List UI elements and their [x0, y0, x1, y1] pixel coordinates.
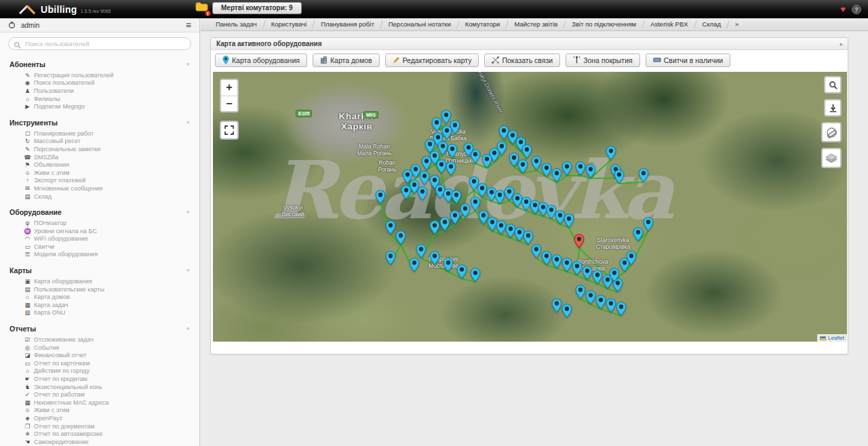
- coverage-zone-button[interactable]: Зона покрытия: [566, 54, 640, 67]
- map-pin[interactable]: [531, 244, 542, 258]
- map-pin[interactable]: [606, 298, 616, 312]
- map-pin[interactable]: [616, 302, 627, 316]
- sidebar-item[interactable]: ☎SMSZilla: [0, 153, 199, 161]
- leaflet-link[interactable]: Leaflet: [828, 335, 844, 341]
- sidebar-item[interactable]: ▦Неизвестные MAC адреса: [0, 399, 199, 407]
- map-pin[interactable]: [541, 163, 552, 177]
- map-download-button[interactable]: [824, 99, 842, 117]
- fullscreen-button[interactable]: [220, 121, 239, 140]
- sidebar-item[interactable]: ψПОНизатор: [0, 219, 199, 227]
- map-pin[interactable]: [626, 251, 637, 265]
- tab-9[interactable]: »: [728, 18, 745, 31]
- map-pin[interactable]: [395, 230, 406, 245]
- map-pin[interactable]: [523, 230, 534, 245]
- map-pin[interactable]: [463, 142, 474, 157]
- map-pin[interactable]: [633, 227, 644, 241]
- zoom-out-button[interactable]: −: [221, 96, 237, 111]
- map-pin[interactable]: [561, 161, 572, 176]
- map-pin[interactable]: [575, 285, 586, 299]
- map-pin[interactable]: [481, 154, 492, 168]
- map-pin[interactable]: [517, 159, 528, 174]
- map-pin[interactable]: [638, 168, 649, 182]
- map-pin[interactable]: [375, 190, 386, 204]
- heart-icon[interactable]: ♥: [840, 4, 846, 14]
- tab-0[interactable]: Панель задач: [209, 18, 264, 31]
- buildings-map-button[interactable]: Карта домов: [313, 54, 380, 67]
- sidebar-item[interactable]: ▭Отчет по карточкам: [0, 359, 199, 367]
- sidebar-item[interactable]: ♒Уровни сигнала на БС: [0, 227, 199, 235]
- sidebar-item[interactable]: ▶Подписки Megogo: [0, 102, 199, 110]
- sidebar-item[interactable]: ▣Карта оборудования: [0, 277, 199, 285]
- map-pin[interactable]: [595, 295, 606, 309]
- tab-8[interactable]: Склад: [696, 18, 728, 31]
- sidebar-item[interactable]: ▦Карта задач: [0, 301, 199, 309]
- sidebar-item[interactable]: ♟Пользователи: [0, 87, 199, 95]
- expand-plus-icon[interactable]: +: [186, 325, 190, 332]
- map-pin[interactable]: [470, 197, 481, 211]
- map-pin[interactable]: [551, 168, 562, 182]
- menu-toggle-icon[interactable]: ≡: [186, 20, 191, 31]
- sidebar-item[interactable]: ✎Регистрация пользователей: [0, 71, 199, 79]
- sidebar-item[interactable]: ❄Отчет по автозаморозке: [0, 430, 199, 438]
- section-header-3[interactable]: Карты+: [0, 264, 199, 277]
- map-pin[interactable]: [419, 171, 430, 185]
- sidebar-item[interactable]: ☛Отчет по кредитам: [0, 375, 199, 383]
- map-pin[interactable]: [470, 268, 481, 282]
- map-pin[interactable]: [614, 169, 625, 184]
- leaflet-map[interactable]: Readovka KharkivХарківVelyka BabkaВелика…: [213, 72, 847, 342]
- sidebar-item[interactable]: ⚑Объявления: [0, 161, 199, 169]
- tab-3[interactable]: Персональні нотатки: [382, 18, 458, 31]
- map-pin[interactable]: [416, 244, 427, 258]
- sidebar-item[interactable]: ✉Мгновенные сообщения: [0, 184, 199, 192]
- user-search-input[interactable]: [8, 37, 191, 50]
- layers-button[interactable]: [821, 148, 842, 168]
- map-pin[interactable]: [582, 266, 593, 280]
- map-pin[interactable]: [585, 164, 596, 178]
- ubilling-logo[interactable]: Ubilling 1.5.5 rev 9065: [19, 3, 111, 16]
- switches-in-stock-button[interactable]: Свитчи в наличии: [646, 54, 730, 67]
- expand-plus-icon[interactable]: +: [186, 119, 190, 126]
- map-pin-red[interactable]: [574, 234, 585, 248]
- section-header-0[interactable]: Абоненты+: [0, 58, 199, 70]
- map-pin[interactable]: [643, 217, 654, 231]
- map-pin[interactable]: [564, 214, 574, 228]
- map-pin[interactable]: [572, 261, 583, 275]
- map-pin[interactable]: [561, 258, 572, 272]
- equipment-map-button[interactable]: Карта оборудования: [215, 54, 307, 67]
- current-user[interactable]: admin: [21, 22, 186, 29]
- measure-button[interactable]: [821, 122, 842, 142]
- sidebar-item[interactable]: ☰Модели оборудования: [0, 251, 199, 259]
- sidebar-item[interactable]: ⌂Карта домов: [0, 293, 199, 301]
- sidebar-item[interactable]: ☺Живи с этим: [0, 407, 199, 415]
- collapse-icon[interactable]: ▴: [840, 41, 842, 47]
- sidebar-item[interactable]: ☺Живи с этим: [0, 169, 199, 177]
- tab-5[interactable]: Майстер звітів: [507, 18, 564, 31]
- map-pin[interactable]: [551, 298, 562, 312]
- map-pin[interactable]: [443, 258, 454, 272]
- sidebar-item[interactable]: ▤Склад: [0, 192, 199, 201]
- edit-map-button[interactable]: Редактировать карту: [385, 54, 479, 67]
- map-search-button[interactable]: [824, 76, 842, 94]
- map-pin[interactable]: [429, 251, 440, 265]
- sidebar-item[interactable]: ▭Свитчи: [0, 243, 199, 251]
- map-pin[interactable]: [429, 220, 440, 235]
- map-pin[interactable]: [431, 117, 442, 131]
- expand-plus-icon[interactable]: +: [186, 61, 190, 68]
- sidebar-item[interactable]: ☑Отслеживание задач: [0, 336, 199, 344]
- section-header-1[interactable]: Инструменты+: [0, 116, 199, 129]
- map-pin[interactable]: [575, 161, 586, 176]
- tab-4[interactable]: Комутатори: [458, 18, 507, 31]
- sidebar-item[interactable]: ◎События: [0, 344, 199, 352]
- section-header-4[interactable]: Отчеты+: [0, 322, 199, 335]
- sidebar-item[interactable]: ❐Отчет по документам: [0, 422, 199, 430]
- map-pin[interactable]: [551, 254, 562, 268]
- sidebar-item[interactable]: ✎Персональные заметки: [0, 145, 199, 153]
- map-pin[interactable]: [401, 185, 412, 199]
- map-pin[interactable]: [585, 290, 596, 304]
- dead-switches-folder-icon[interactable]: !: [195, 2, 208, 14]
- map-pin[interactable]: [417, 186, 428, 201]
- map-pin[interactable]: [541, 251, 552, 265]
- power-icon[interactable]: [8, 19, 16, 31]
- tab-7[interactable]: Asterisk PBX: [644, 18, 694, 31]
- expand-plus-icon[interactable]: +: [186, 209, 190, 216]
